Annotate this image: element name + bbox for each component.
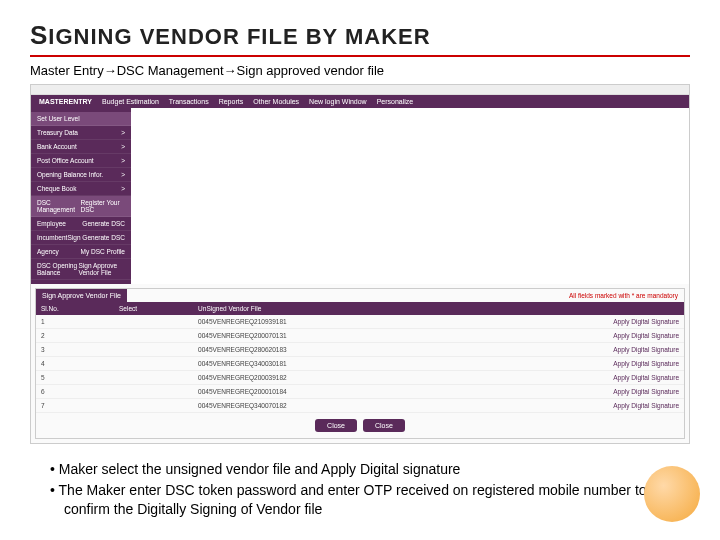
nav-main[interactable]: MASTERENTRY [39,98,92,105]
sidebar-item[interactable]: IncumbentSign Generate DSC [31,231,131,245]
sidebar-item[interactable]: Bank Account> [31,140,131,154]
cell-select[interactable] [114,315,193,329]
sidebar-item[interactable]: EmployeeGenerate DSC [31,217,131,231]
cell-slno: 5 [36,371,114,385]
cell-file: 0045VENREGREQ210939181 [193,315,471,329]
close-button-2[interactable]: Close [363,419,405,432]
window-titlebar [31,85,689,95]
apply-signature-link[interactable]: Apply Digital Signature [471,329,684,343]
apply-signature-link[interactable]: Apply Digital Signature [471,371,684,385]
nav-item[interactable]: Transactions [169,98,209,105]
cell-slno: 1 [36,315,114,329]
cell-select[interactable] [114,385,193,399]
cell-select[interactable] [114,371,193,385]
vendor-table: Sl.No. Select UnSigned Vendor File 10045… [36,302,684,413]
cell-file: 0045VENREGREQ280620183 [193,343,471,357]
cell-slno: 2 [36,329,114,343]
breadcrumb: Master Entry→DSC Management→Sign approve… [30,63,690,78]
bullet-item: The Maker enter DSC token password and e… [50,481,680,519]
cell-select[interactable] [114,329,193,343]
decorative-circle [644,466,700,522]
sidebar: Set User Level Treasury Data> Bank Accou… [31,108,131,284]
sidebar-item[interactable]: Treasury Data> [31,126,131,140]
sidebar-item[interactable]: Opening Balance Infor.> [31,168,131,182]
cell-slno: 3 [36,343,114,357]
slide-title: SIGNING VENDOR FILE BY MAKER [30,20,690,51]
sidebar-item[interactable]: Cheque Book> [31,182,131,196]
sidebar-item[interactable]: Set User Level [31,112,131,126]
apply-signature-link[interactable]: Apply Digital Signature [471,357,684,371]
table-row: 20045VENREGREQ200070131Apply Digital Sig… [36,329,684,343]
col-action [471,302,684,315]
content-area [131,108,689,284]
nav-item[interactable]: Budget Estimation [102,98,159,105]
cell-file: 0045VENREGREQ200039182 [193,371,471,385]
apply-signature-link[interactable]: Apply Digital Signature [471,315,684,329]
app-screenshot: MASTERENTRY Budget Estimation Transactio… [30,84,690,444]
nav-item[interactable]: Other Modules [253,98,299,105]
title-rest: IGNING VENDOR FILE BY MAKER [48,24,430,49]
cell-slno: 4 [36,357,114,371]
apply-signature-link[interactable]: Apply Digital Signature [471,385,684,399]
bullet-item: Maker select the unsigned vendor file an… [50,460,680,479]
panel-title: Sign Approve Vendor File [36,289,127,302]
cell-file: 0045VENREGREQ200010184 [193,385,471,399]
nav-item[interactable]: New login Window [309,98,367,105]
cell-file: 0045VENREGREQ200070131 [193,329,471,343]
mandatory-note: All fields marked with * are mandatory [563,289,684,302]
col-file: UnSigned Vendor File [193,302,471,315]
cell-file: 0045VENREGREQ340030181 [193,357,471,371]
close-button[interactable]: Close [315,419,357,432]
table-row: 30045VENREGREQ280620183Apply Digital Sig… [36,343,684,357]
top-nav: MASTERENTRY Budget Estimation Transactio… [31,95,689,108]
table-row: 60045VENREGREQ200010184Apply Digital Sig… [36,385,684,399]
apply-signature-link[interactable]: Apply Digital Signature [471,399,684,413]
col-select: Select [114,302,193,315]
title-initial: S [30,20,48,50]
sidebar-item[interactable]: AgencyMy DSC Profile [31,245,131,259]
cell-slno: 7 [36,399,114,413]
sidebar-item[interactable]: Post Office Account> [31,154,131,168]
nav-item[interactable]: Personalize [377,98,414,105]
cell-slno: 6 [36,385,114,399]
sidebar-item-dsc[interactable]: DSC ManagementRegister Your DSC [31,196,131,217]
table-row: 40045VENREGREQ340030181Apply Digital Sig… [36,357,684,371]
cell-select[interactable] [114,399,193,413]
title-divider [30,55,690,57]
bullet-list: Maker select the unsigned vendor file an… [30,456,690,519]
table-row: 10045VENREGREQ210939181Apply Digital Sig… [36,315,684,329]
table-row: 70045VENREGREQ340070182Apply Digital Sig… [36,399,684,413]
nav-item[interactable]: Reports [219,98,244,105]
col-slno: Sl.No. [36,302,114,315]
cell-select[interactable] [114,357,193,371]
table-row: 50045VENREGREQ200039182Apply Digital Sig… [36,371,684,385]
cell-select[interactable] [114,343,193,357]
sidebar-item[interactable]: DSC Opening BalanceSign Approve Vendor F… [31,259,131,280]
apply-signature-link[interactable]: Apply Digital Signature [471,343,684,357]
vendor-table-panel: Sign Approve Vendor File All fields mark… [35,288,685,439]
cell-file: 0045VENREGREQ340070182 [193,399,471,413]
